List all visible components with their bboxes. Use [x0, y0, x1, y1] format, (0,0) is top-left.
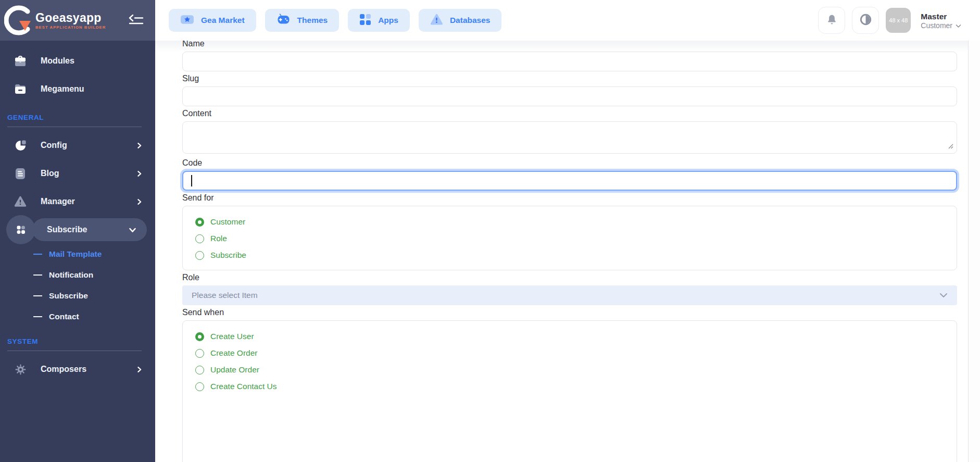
content-label: Content — [182, 108, 957, 118]
radio-create-contact-us[interactable]: Create Contact Us — [195, 382, 944, 391]
dash-icon — [33, 316, 42, 317]
slug-label: Slug — [182, 73, 957, 83]
sidebar-menu: Modules Megamenu GENERAL — [0, 41, 155, 383]
nav-label: Themes — [297, 16, 328, 25]
nav-themes[interactable]: Themes — [265, 9, 340, 32]
submenu-item-notification[interactable]: Notification — [0, 265, 155, 285]
submenu-item-label: Contact — [49, 312, 79, 321]
header-right: 48 x 48 Master Customer — [818, 7, 961, 34]
resize-handle-icon[interactable] — [948, 142, 953, 151]
slug-input[interactable] — [182, 86, 957, 106]
notifications-button[interactable] — [818, 7, 845, 34]
radio-subscribe[interactable]: Subscribe — [195, 251, 944, 260]
sidebar-collapse-icon[interactable] — [128, 14, 145, 27]
radio-label: Create Order — [210, 348, 257, 358]
nav-apps[interactable]: Apps — [348, 9, 410, 32]
theme-toggle-button[interactable] — [852, 7, 879, 34]
bell-icon — [826, 14, 838, 28]
brand-name: Goeasyapp — [35, 11, 128, 24]
submenu-item-subscribe[interactable]: Subscribe — [0, 285, 155, 306]
nav-label: Gea Market — [201, 16, 245, 25]
sidebar-item-megamenu[interactable]: Megamenu — [0, 75, 155, 103]
radio-icon[interactable] — [195, 349, 204, 358]
radio-label: Role — [210, 234, 227, 243]
dash-icon — [33, 274, 42, 276]
sidebar-item-subscribe[interactable]: Subscribe — [0, 216, 155, 244]
sidebar-active-pill: Subscribe — [32, 218, 147, 241]
avatar[interactable]: 48 x 48 — [886, 8, 911, 33]
sidebar-item-blog[interactable]: Blog — [0, 159, 155, 188]
briefcase-icon — [0, 55, 41, 67]
radio-icon[interactable] — [195, 382, 204, 391]
grid-dots-icon — [6, 215, 35, 244]
sidebar-logo-band: Goeasyapp BEST APPLICATION BUILDER — [0, 0, 155, 41]
submenu-item-label: Notification — [49, 270, 93, 280]
submenu-item-mail-template[interactable]: Mail Template — [0, 244, 155, 265]
gear-icon — [0, 364, 41, 376]
sidebar-item-label: Config — [41, 141, 67, 150]
role-select[interactable]: Please select Item — [182, 285, 957, 305]
chevron-down-icon — [129, 226, 136, 234]
radio-label: Subscribe — [210, 251, 246, 260]
subscribe-submenu: Mail Template Notification Subscribe Con… — [0, 244, 155, 327]
warning-triangle-icon — [0, 196, 41, 207]
radio-create-order[interactable]: Create Order — [195, 348, 944, 358]
dash-icon — [33, 295, 42, 296]
dash-icon — [33, 254, 42, 255]
sidebar-item-label: Subscribe — [47, 225, 87, 234]
submenu-item-contact[interactable]: Contact — [0, 306, 155, 327]
radio-create-user[interactable]: Create User — [195, 332, 944, 341]
nav-label: Databases — [450, 16, 491, 25]
radio-label: Create User — [210, 332, 254, 341]
radio-role[interactable]: Role — [195, 234, 944, 243]
brand-text: Goeasyapp BEST APPLICATION BUILDER — [35, 11, 128, 30]
scrollbar[interactable] — [968, 41, 980, 462]
sidebar-item-label: Manager — [41, 197, 75, 206]
main-column: Gea Market Themes — [155, 0, 980, 462]
field-role: Role Please select Item — [182, 272, 957, 305]
radio-icon[interactable] — [195, 251, 204, 260]
name-input[interactable] — [182, 52, 957, 71]
pie-chart-icon — [0, 140, 41, 152]
sidebar-item-manager[interactable]: Manager — [0, 188, 155, 216]
code-input[interactable] — [182, 171, 957, 191]
send-when-label: Send when — [182, 307, 957, 317]
sidebar-item-composers[interactable]: Composers — [0, 355, 155, 383]
content-area: Name Slug Content — [155, 41, 980, 462]
field-code: Code — [182, 158, 957, 191]
sidebar-item-config[interactable]: Config — [0, 131, 155, 159]
sidebar-section-general: GENERAL — [0, 103, 155, 127]
field-send-when: Send when Create User Create Order Up — [182, 307, 957, 462]
nav-label: Apps — [378, 16, 398, 25]
chevron-down-icon — [956, 21, 961, 30]
ticket-star-icon — [180, 14, 194, 28]
chevron-right-icon — [136, 198, 143, 205]
code-label: Code — [182, 158, 957, 168]
role-select-placeholder: Please select Item — [192, 291, 258, 300]
user-name: Master — [921, 11, 961, 21]
radio-selected-icon[interactable] — [195, 218, 204, 227]
avatar-placeholder-text: 48 x 48 — [889, 17, 908, 23]
gamepad-icon — [277, 13, 291, 28]
contrast-icon — [859, 13, 872, 28]
content-textarea[interactable] — [182, 121, 957, 154]
radio-icon[interactable] — [195, 234, 204, 243]
folder-icon — [0, 84, 41, 95]
radio-icon[interactable] — [195, 366, 204, 374]
radio-label: Customer — [210, 217, 245, 227]
radio-update-order[interactable]: Update Order — [195, 365, 944, 374]
sidebar-item-modules[interactable]: Modules — [0, 47, 155, 75]
nav-gea-market[interactable]: Gea Market — [169, 9, 256, 32]
name-label: Name — [182, 41, 957, 48]
radio-label: Update Order — [210, 365, 259, 374]
brand-tagline: BEST APPLICATION BUILDER — [35, 25, 128, 30]
nav-databases[interactable]: Databases — [419, 9, 502, 32]
radio-customer[interactable]: Customer — [195, 217, 944, 227]
app-window: Goeasyapp BEST APPLICATION BUILDER — [0, 0, 980, 462]
sidebar-item-label: Composers — [41, 365, 86, 374]
radio-selected-icon[interactable] — [195, 332, 204, 341]
role-label: Role — [182, 272, 957, 282]
send-for-options: Customer Role Subscribe — [182, 206, 957, 270]
sidebar-divider — [7, 127, 142, 127]
user-menu[interactable]: Master Customer — [921, 11, 961, 30]
